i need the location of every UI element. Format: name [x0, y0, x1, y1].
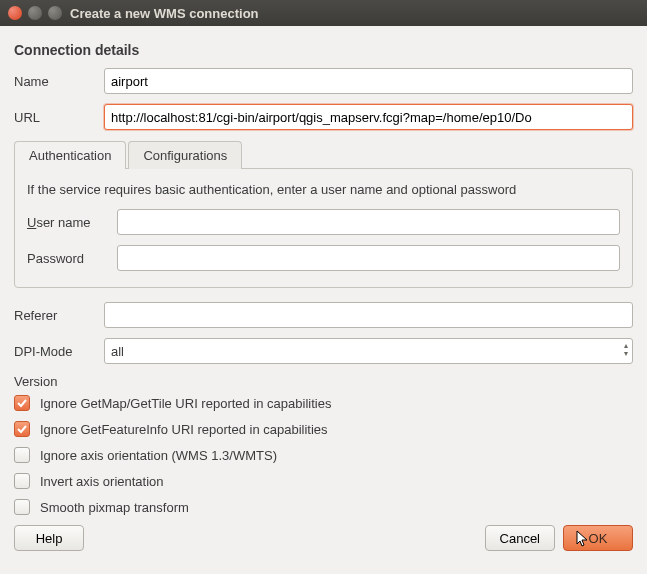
- section-title: Connection details: [14, 42, 633, 58]
- cancel-button[interactable]: Cancel: [485, 525, 555, 551]
- name-input[interactable]: [104, 68, 633, 94]
- label-referer: Referer: [14, 308, 104, 323]
- checkbox-icon[interactable]: [14, 473, 30, 489]
- check-label: Invert axis orientation: [40, 474, 164, 489]
- row-dpi: DPI-Mode all ▴▾: [14, 338, 633, 364]
- tab-panel: If the service requires basic authentica…: [14, 168, 633, 288]
- checkbox-icon[interactable]: [14, 499, 30, 515]
- tab-authentication[interactable]: Authentication: [14, 141, 126, 169]
- checkbox-icon[interactable]: [14, 395, 30, 411]
- check-ignore-axis[interactable]: Ignore axis orientation (WMS 1.3/WMTS): [14, 447, 633, 463]
- help-button[interactable]: Help: [14, 525, 84, 551]
- url-input[interactable]: [104, 104, 633, 130]
- window-buttons: [8, 6, 62, 20]
- password-input[interactable]: [117, 245, 620, 271]
- ok-label: OK: [589, 531, 608, 546]
- row-name: Name: [14, 68, 633, 94]
- dialog-footer: Help Cancel OK: [14, 525, 633, 551]
- minimize-icon[interactable]: [28, 6, 42, 20]
- label-username: User name: [27, 215, 117, 230]
- check-ignore-gfi[interactable]: Ignore GetFeatureInfo URI reported in ca…: [14, 421, 633, 437]
- auth-tabs: Authentication Configurations If the ser…: [14, 140, 633, 288]
- row-password: Password: [27, 245, 620, 271]
- dpi-mode-select[interactable]: all ▴▾: [104, 338, 633, 364]
- check-smooth[interactable]: Smooth pixmap transform: [14, 499, 633, 515]
- username-input[interactable]: [117, 209, 620, 235]
- close-icon[interactable]: [8, 6, 22, 20]
- dpi-mode-value: all: [111, 344, 124, 359]
- label-url: URL: [14, 110, 104, 125]
- spinner-icon: ▴▾: [624, 342, 628, 358]
- label-password: Password: [27, 251, 117, 266]
- check-label: Smooth pixmap transform: [40, 500, 189, 515]
- tab-configurations[interactable]: Configurations: [128, 141, 242, 169]
- check-invert-axis[interactable]: Invert axis orientation: [14, 473, 633, 489]
- checkbox-icon[interactable]: [14, 447, 30, 463]
- label-version: Version: [14, 374, 633, 389]
- check-label: Ignore GetFeatureInfo URI reported in ca…: [40, 422, 328, 437]
- row-referer: Referer: [14, 302, 633, 328]
- window-title: Create a new WMS connection: [70, 6, 259, 21]
- label-name: Name: [14, 74, 104, 89]
- dialog-body: Connection details Name URL Authenticati…: [0, 26, 647, 561]
- auth-hint: If the service requires basic authentica…: [27, 181, 620, 199]
- checkbox-icon[interactable]: [14, 421, 30, 437]
- maximize-icon[interactable]: [48, 6, 62, 20]
- check-ignore-getmap[interactable]: Ignore GetMap/GetTile URI reported in ca…: [14, 395, 633, 411]
- titlebar: Create a new WMS connection: [0, 0, 647, 26]
- label-dpi: DPI-Mode: [14, 344, 104, 359]
- row-url: URL: [14, 104, 633, 130]
- check-label: Ignore axis orientation (WMS 1.3/WMTS): [40, 448, 277, 463]
- check-label: Ignore GetMap/GetTile URI reported in ca…: [40, 396, 331, 411]
- row-username: User name: [27, 209, 620, 235]
- referer-input[interactable]: [104, 302, 633, 328]
- ok-button[interactable]: OK: [563, 525, 633, 551]
